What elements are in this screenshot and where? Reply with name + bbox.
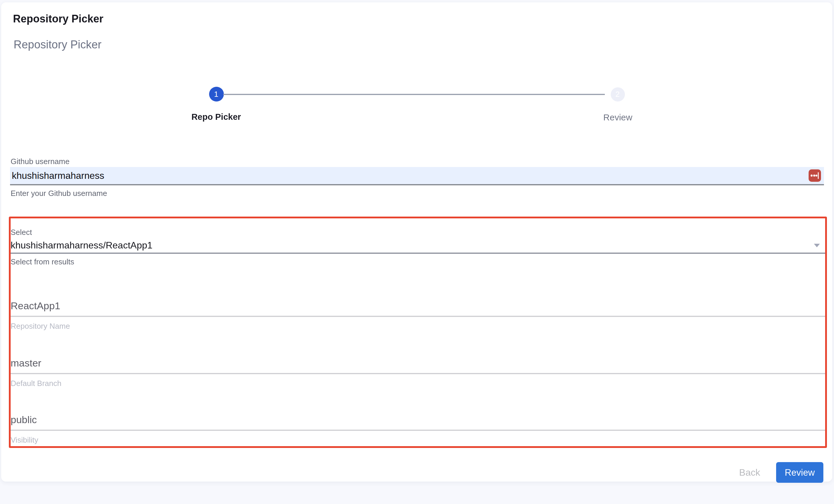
visibility-label: Visibility bbox=[10, 436, 825, 444]
step-2-circle[interactable]: 2 bbox=[611, 87, 624, 101]
repo-select-helper: Select from results bbox=[10, 258, 825, 266]
github-username-value: khushisharmaharness bbox=[12, 170, 104, 181]
default-branch-field-group: master Default Branch bbox=[10, 358, 825, 388]
repo-select-dropdown[interactable]: khushisharmaharness/ReactApp1 bbox=[10, 238, 825, 254]
step-1-number: 1 bbox=[214, 90, 218, 98]
github-username-label: Github username bbox=[10, 158, 832, 166]
default-branch-label: Default Branch bbox=[10, 380, 825, 388]
repo-select-label: Select bbox=[10, 228, 825, 237]
github-username-input[interactable]: khushisharmaharness bbox=[10, 167, 824, 185]
page-subtitle: Repository Picker bbox=[14, 38, 832, 52]
repo-select-value: khushisharmaharness/ReactApp1 bbox=[10, 240, 152, 250]
visibility-field-group: public Visibility bbox=[10, 414, 825, 444]
repository-name-value: ReactApp1 bbox=[10, 300, 825, 317]
page-background: Repository Picker Repository Picker 1 2 … bbox=[0, 0, 834, 504]
chevron-down-icon[interactable] bbox=[814, 244, 820, 247]
footer-actions: Back Review bbox=[1, 462, 824, 483]
step-1-circle[interactable]: 1 bbox=[209, 87, 223, 101]
page-title: Repository Picker bbox=[13, 13, 832, 25]
default-branch-value: master bbox=[10, 358, 825, 374]
back-button[interactable]: Back bbox=[739, 467, 760, 478]
repository-name-field-group: ReactApp1 Repository Name bbox=[10, 300, 825, 330]
repository-picker-card: Repository Picker Repository Picker 1 2 … bbox=[1, 2, 832, 482]
step-2-number: 2 bbox=[615, 90, 620, 98]
visibility-value: public bbox=[10, 414, 825, 431]
github-username-helper: Enter your Github username bbox=[10, 189, 832, 198]
step-2-label: Review bbox=[603, 112, 632, 122]
repo-details-highlight-box: Select khushisharmaharness/ReactApp1 Sel… bbox=[9, 216, 827, 448]
step-1-label: Repo Picker bbox=[191, 112, 241, 121]
stepper-connector-line bbox=[223, 94, 605, 95]
wizard-stepper: 1 2 Repo Picker Review bbox=[1, 87, 832, 123]
password-manager-icon[interactable] bbox=[809, 169, 821, 182]
repository-name-label: Repository Name bbox=[10, 322, 825, 330]
review-button[interactable]: Review bbox=[776, 462, 824, 483]
